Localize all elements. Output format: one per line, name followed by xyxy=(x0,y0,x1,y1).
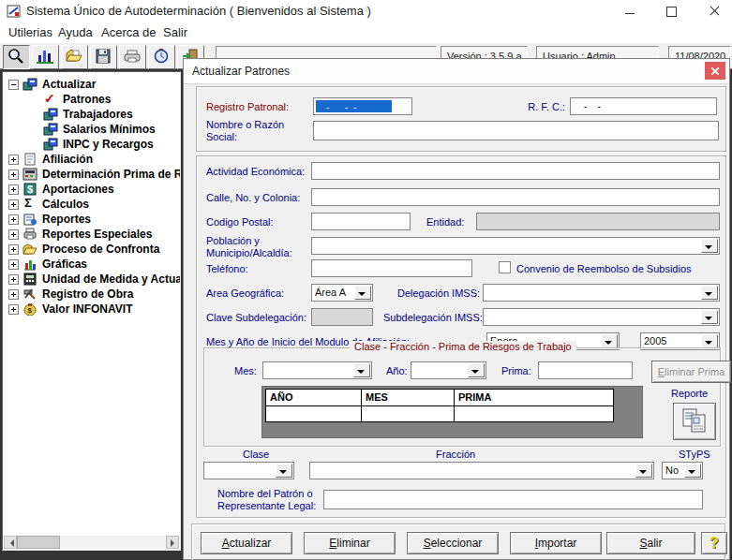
fraccion-combobox[interactable] xyxy=(309,462,654,479)
open-folder-button[interactable] xyxy=(61,45,88,69)
chevron-down-icon[interactable] xyxy=(354,286,371,300)
expand-icon[interactable] xyxy=(8,169,19,180)
chevron-down-icon[interactable] xyxy=(276,464,292,478)
scrollbar-thumb[interactable] xyxy=(17,536,60,549)
actividad-input[interactable] xyxy=(311,162,720,180)
expand-icon[interactable] xyxy=(8,289,19,300)
chart-button[interactable] xyxy=(32,45,59,69)
eliminar-button[interactable]: Eliminar xyxy=(304,532,396,554)
delegacion-combobox[interactable] xyxy=(483,284,720,302)
codigo-postal-input[interactable] xyxy=(311,213,411,230)
dialog-titlebar: Actualizar Patrones xyxy=(184,59,729,84)
expand-icon[interactable] xyxy=(8,274,19,285)
tree-horizontal-scrollbar[interactable] xyxy=(4,536,179,549)
scroll-right-icon[interactable] xyxy=(166,536,179,549)
search-icon xyxy=(7,48,25,65)
expand-icon[interactable] xyxy=(8,259,19,270)
anio-combobox[interactable] xyxy=(411,361,486,379)
salir-button[interactable]: Salir xyxy=(606,532,695,554)
expand-icon[interactable] xyxy=(8,155,19,165)
tree-item-determinacion-prima-rt[interactable]: Determinación Prima de RT xyxy=(3,167,181,182)
bar-chart-icon xyxy=(22,257,37,271)
tree-item-trabajadores[interactable]: Trabajadores xyxy=(3,107,181,122)
expand-icon[interactable] xyxy=(8,229,19,240)
menu-salir[interactable]: Salir xyxy=(163,25,187,39)
expand-icon[interactable] xyxy=(8,244,19,255)
expand-icon[interactable] xyxy=(8,199,19,210)
maximize-icon[interactable] xyxy=(656,0,686,22)
clase-label: Clase xyxy=(243,449,269,461)
expand-icon[interactable] xyxy=(8,304,19,315)
clase-combobox[interactable] xyxy=(203,462,294,479)
printer-icon xyxy=(22,227,37,241)
tree-item-registro-obra[interactable]: Registro de Obra xyxy=(3,287,181,302)
chevron-down-icon[interactable] xyxy=(684,464,701,478)
riesgos-group-title: Clase - Fracción - Prima de Riesgos de T… xyxy=(350,341,576,352)
seleccionar-button[interactable]: Seleccionar xyxy=(407,532,499,554)
reporte-button[interactable] xyxy=(673,403,716,440)
nombre-patron-label: Nombre del Patrón o Representante Legal: xyxy=(217,488,322,512)
chevron-down-icon[interactable] xyxy=(701,239,718,253)
chevron-down-icon[interactable] xyxy=(701,286,718,300)
chevron-down-icon[interactable] xyxy=(353,363,370,377)
report-icon xyxy=(22,212,37,226)
rfc-input[interactable]: - - xyxy=(570,97,717,115)
menu-bar: Utilerias Ayuda Acerca de Salir xyxy=(0,22,732,43)
tree-item-calculos[interactable]: Σ Cálculos xyxy=(3,197,181,212)
tree-item-reportes[interactable]: Reportes xyxy=(3,212,181,227)
convenio-checkbox[interactable] xyxy=(499,261,511,273)
tree-item-valor-infonavit[interactable]: $ Valor INFONAVIT xyxy=(3,302,181,317)
nombre-patron-input[interactable] xyxy=(323,490,703,509)
tree-item-inpc-recargos[interactable]: INPC y Recargos xyxy=(3,137,181,152)
close-icon[interactable] xyxy=(699,0,729,22)
prima-grid[interactable]: AÑO MES PRIMA xyxy=(261,386,643,438)
tree-item-actualizar[interactable]: Actualizar xyxy=(3,77,181,92)
printer-button[interactable] xyxy=(119,45,146,69)
menu-acerca-de[interactable]: Acerca de xyxy=(101,25,157,39)
calle-input[interactable] xyxy=(311,188,720,206)
menu-ayuda[interactable]: Ayuda xyxy=(58,25,93,39)
poblacion-combobox[interactable] xyxy=(311,237,720,255)
schedule-button[interactable] xyxy=(148,45,175,69)
calendar-icon xyxy=(22,167,37,181)
chevron-down-icon[interactable] xyxy=(701,310,718,324)
main-titlebar: Sistema Único de Autodeterminación ( Bie… xyxy=(0,0,732,22)
scroll-left-icon[interactable] xyxy=(4,536,17,549)
tree-item-proceso-confronta[interactable]: Proceso de Confronta xyxy=(3,242,181,257)
grid-empty-row[interactable] xyxy=(266,406,613,421)
nombre-razon-input[interactable] xyxy=(313,121,719,140)
styps-combobox[interactable]: No xyxy=(662,462,703,479)
anio-label: Año: xyxy=(386,365,408,377)
eliminar-prima-button[interactable]: Eliminar Prima xyxy=(651,361,731,383)
importar-button[interactable]: Importar xyxy=(510,532,602,554)
chevron-down-icon[interactable] xyxy=(701,334,718,348)
expand-icon[interactable] xyxy=(8,214,19,225)
tree-item-unidad-medida[interactable]: Unidad de Medida y Actualiz xyxy=(3,272,181,287)
area-geografica-combobox[interactable]: Área A xyxy=(311,284,373,302)
dialog-close-icon[interactable] xyxy=(705,62,725,80)
collapse-icon[interactable] xyxy=(8,80,19,90)
tree-item-patrones[interactable]: ✓ Patrones xyxy=(3,92,181,107)
dollar-icon: $ xyxy=(22,182,37,196)
mes-combobox[interactable] xyxy=(262,361,372,379)
tree-item-afiliacion[interactable]: Afiliación xyxy=(3,152,181,167)
expand-icon[interactable] xyxy=(8,184,19,195)
area-geografica-label: Area Geográfica: xyxy=(206,287,284,300)
tree-item-graficas[interactable]: Gráficas xyxy=(3,257,181,272)
chevron-down-icon[interactable] xyxy=(635,464,652,478)
menu-utilerias[interactable]: Utilerias xyxy=(8,25,52,39)
help-button[interactable]: ? xyxy=(701,532,727,554)
subdelegacion-combobox[interactable] xyxy=(483,308,720,326)
tree-item-reportes-especiales[interactable]: Reportes Especiales xyxy=(3,227,181,242)
telefono-input[interactable] xyxy=(311,259,472,277)
save-button[interactable] xyxy=(90,45,117,69)
tree-item-salarios-minimos[interactable]: Salarios Mínimos xyxy=(3,122,181,137)
prima-input[interactable] xyxy=(538,361,633,379)
minimize-icon[interactable] xyxy=(615,0,645,22)
actualizar-button[interactable]: Actualizar xyxy=(201,532,292,554)
chevron-down-icon[interactable] xyxy=(468,363,485,377)
chevron-down-icon[interactable] xyxy=(601,334,618,348)
tree-item-aportaciones[interactable]: $ Aportaciones xyxy=(3,182,181,197)
registro-patronal-input[interactable]: - - - xyxy=(313,97,412,115)
search-button[interactable] xyxy=(3,45,30,69)
